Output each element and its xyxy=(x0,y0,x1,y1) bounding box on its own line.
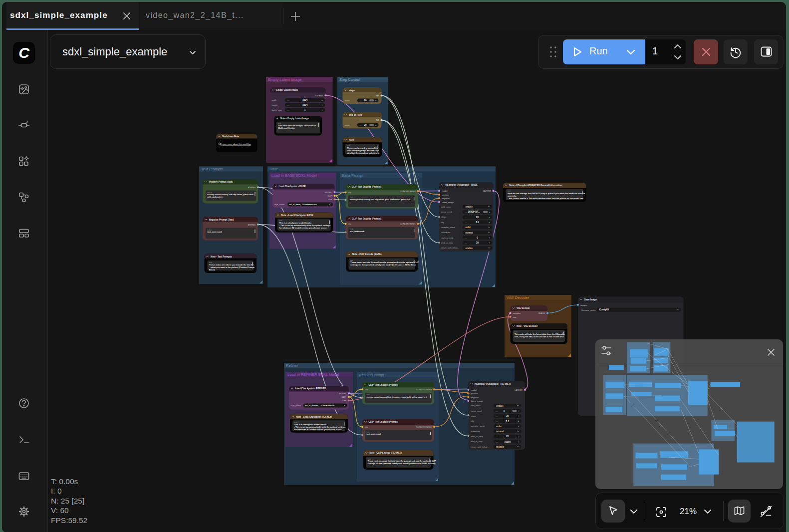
svg-text:INT: INT xyxy=(376,94,379,97)
svg-text:evening sunset scenery blue sk: evening sunset scenery blue sky nature, … xyxy=(367,396,428,398)
svg-text:CLIP Text Encode (Prompt): CLIP Text Encode (Prompt) xyxy=(352,218,382,220)
svg-text:euler: euler xyxy=(496,425,502,428)
svg-text:return_with_leftov...: return_with_leftov... xyxy=(471,446,489,448)
svg-text:- add_noise: enable = This add: - add_noise: enable = This adds random n… xyxy=(508,197,583,200)
svg-text:Load in BASE SDXL Model: Load in BASE SDXL Model xyxy=(271,173,317,178)
svg-text:Note - VAE Decoder: Note - VAE Decoder xyxy=(517,325,537,327)
svg-text:10306437...: 10306437... xyxy=(468,211,480,213)
svg-text:+: + xyxy=(518,409,520,412)
svg-text:sd_xl_base_1.0.safetensors: sd_xl_base_1.0.safetensors xyxy=(289,203,317,206)
svg-text:add_noise: add_noise xyxy=(441,206,451,208)
svg-text:+: + xyxy=(518,435,519,438)
svg-text:scheduler: scheduler xyxy=(441,231,451,234)
svg-text:Learn more about this workflow: Learn more about this workflow xyxy=(222,143,252,145)
svg-text:1024: 1024 xyxy=(302,99,308,101)
svg-text:value: value xyxy=(345,99,350,102)
svg-text:VAE: VAE xyxy=(328,198,332,201)
svg-text:text: text xyxy=(350,196,353,198)
svg-text:CONDITIONING: CONDITIONING xyxy=(416,388,432,391)
svg-text:ckpt_name: ckpt_name xyxy=(274,203,285,206)
svg-text:Negative Prompt (Text): Negative Prompt (Text) xyxy=(209,219,234,221)
svg-text:Width and Height.: Width and Height. xyxy=(278,127,295,129)
svg-text:for whatever SD model version: for whatever SD model version you choose… xyxy=(279,227,327,229)
svg-text:ckpt_name: ckpt_name xyxy=(291,404,301,407)
svg-text:samples: samples xyxy=(513,312,521,314)
svg-text:width: width xyxy=(272,99,277,101)
svg-text:Base): Base) xyxy=(209,268,215,271)
svg-text:VAE Decode: VAE Decode xyxy=(517,307,530,309)
svg-text:STRING: STRING xyxy=(248,224,256,226)
svg-text:Refiner Prompt: Refiner Prompt xyxy=(359,373,384,377)
svg-text:Load in REFINER SDXL Model: Load in REFINER SDXL Model xyxy=(287,372,339,377)
svg-text:text: text xyxy=(367,394,370,396)
svg-text:return_with_leftov...: return_with_leftov... xyxy=(441,247,459,249)
svg-text:clip: clip xyxy=(365,426,368,428)
svg-text:0: 0 xyxy=(504,410,505,412)
svg-text:+: + xyxy=(489,221,490,224)
svg-text:batch_size: batch_size xyxy=(272,109,282,111)
svg-text:CLIP: CLIP xyxy=(327,195,332,197)
svg-text:CONDITIONING: CONDITIONING xyxy=(400,190,416,193)
svg-text:enable: enable xyxy=(496,405,504,407)
svg-text:CLIP Text Encode (Prompt): CLIP Text Encode (Prompt) xyxy=(369,421,399,423)
svg-text:+: + xyxy=(489,211,490,214)
svg-text:LATENT: LATENT xyxy=(515,389,523,391)
svg-text:normal: normal xyxy=(465,232,473,234)
svg-text:euler: euler xyxy=(465,226,471,229)
svg-text:noise_seed: noise_seed xyxy=(471,410,482,412)
svg-text:cfg: cfg xyxy=(441,221,444,224)
svg-text:Note - KSampler ADVANCED Gener: Note - KSampler ADVANCED General Informa… xyxy=(510,184,562,187)
svg-text:negative: negative xyxy=(471,396,480,399)
svg-text:settings for the specified che: settings for the specified checkpoint mo… xyxy=(368,462,436,465)
svg-text:steps: steps xyxy=(471,415,476,417)
svg-text:+: + xyxy=(518,420,519,423)
svg-text:Empty Latent Image: Empty Latent Image xyxy=(276,89,298,91)
svg-text:VAE Decoder: VAE Decoder xyxy=(507,295,529,300)
svg-text:settings for the specified che: settings for the specified checkpoint mo… xyxy=(350,264,416,266)
svg-text:Note - CLIP Encode (REFINER): Note - CLIP Encode (REFINER) xyxy=(370,452,403,454)
svg-text:Markdown Note: Markdown Note xyxy=(223,135,240,138)
svg-text:end_at_step: end_at_step xyxy=(441,242,453,244)
svg-text:→what you want in the picture: →what you want in the picture (Positive … xyxy=(209,266,255,268)
svg-text:filename_prefix: filename_prefix xyxy=(581,309,596,311)
svg-text:Text Prompts: Text Prompts xyxy=(201,167,223,171)
svg-text:and, using the VAE, it will de: and, using the VAE, it will decode it in… xyxy=(515,335,564,338)
svg-text:Note - Load Checkpoint REFINER: Note - Load Checkpoint REFINER xyxy=(296,416,332,418)
svg-text:7.0: 7.0 xyxy=(476,221,479,224)
svg-text:steps: steps xyxy=(441,216,446,218)
svg-text:start_at_step: start_at_step xyxy=(471,435,484,438)
svg-text:1024: 1024 xyxy=(302,104,308,106)
svg-text:Note: Note xyxy=(349,139,354,141)
svg-text:IMAGE: IMAGE xyxy=(538,312,545,314)
svg-text:enable: enable xyxy=(465,247,473,250)
svg-text:clip: clip xyxy=(365,388,368,391)
svg-text:negative: negative xyxy=(442,197,450,200)
svg-text:model: model xyxy=(442,190,447,192)
svg-text:at which the sampling switches: at which the sampling switches to xyxy=(347,152,380,154)
svg-text:Here are the settings that SHO: Here are the settings that SHOULD stay i… xyxy=(508,192,585,195)
svg-text:+: + xyxy=(321,99,323,102)
svg-text:CONDITIONING: CONDITIONING xyxy=(400,223,416,225)
svg-text:clip: clip xyxy=(348,191,352,194)
svg-text:sd_xl_refiner_1.0.safetensors: sd_xl_refiner_1.0.safetensors xyxy=(305,404,335,407)
svg-text:evening sunset scenery blue sk: evening sunset scenery blue sky nature, … xyxy=(207,194,253,196)
svg-text:Load Checkpoint - REFINER: Load Checkpoint - REFINER xyxy=(295,387,326,390)
svg-text:positive: positive xyxy=(442,194,449,196)
svg-text:Refiner: Refiner xyxy=(286,363,298,368)
svg-text:value: value xyxy=(345,124,350,126)
svg-text:Base Prompt: Base Prompt xyxy=(342,173,364,178)
svg-text:20: 20 xyxy=(364,124,367,126)
svg-text:KSampler (Advanced) - REFINER: KSampler (Advanced) - REFINER xyxy=(475,383,511,385)
svg-text:positive: positive xyxy=(471,392,479,395)
svg-text:noise_seed: noise_seed xyxy=(441,211,452,213)
svg-text:start_at_step: start_at_step xyxy=(441,237,454,239)
svg-text:text, watermark: text, watermark xyxy=(367,433,382,435)
svg-text:+: + xyxy=(489,216,490,219)
svg-text:end_at_step: end_at_step xyxy=(471,440,483,443)
svg-text:Save Image: Save Image xyxy=(584,298,597,301)
svg-text:+: + xyxy=(321,108,323,111)
svg-text:add_noise: add_noise xyxy=(471,404,481,407)
svg-text:text, watermark: text, watermark xyxy=(207,231,222,233)
svg-text:20: 20 xyxy=(506,415,509,417)
svg-text:Empty Latent Image: Empty Latent Image xyxy=(268,77,301,82)
